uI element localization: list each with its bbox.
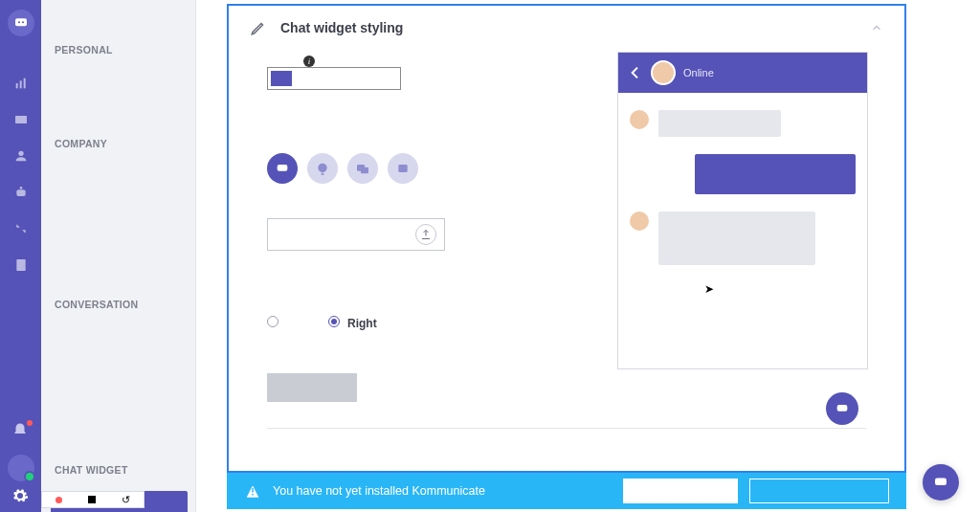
svg-rect-17 — [935, 479, 947, 486]
recording-controls: ↺ — [41, 491, 145, 508]
panel-body: i Right Online — [229, 50, 904, 467]
svg-rect-3 — [15, 83, 17, 88]
svg-rect-14 — [361, 167, 368, 174]
info-icon[interactable]: i — [303, 56, 315, 67]
svg-rect-8 — [16, 189, 25, 196]
icon-rail — [0, 0, 41, 512]
back-icon[interactable] — [628, 65, 643, 80]
nav-docs-icon[interactable] — [11, 256, 31, 275]
position-left-radio[interactable] — [267, 316, 278, 327]
msg-avatar-2 — [630, 211, 649, 231]
launcher-icon-option-3[interactable] — [347, 153, 378, 184]
floating-chat-widget[interactable] — [923, 464, 959, 501]
stop-icon[interactable] — [88, 496, 96, 503]
incoming-bubble-1 — [658, 110, 781, 137]
record-indicator-icon[interactable] — [56, 497, 62, 503]
sidebar-section-company: COMPANY — [55, 138, 182, 149]
install-banner: You have not yet installed Kommunicate — [227, 473, 906, 509]
chat-widget-styling-panel: Chat widget styling i Right Onl — [227, 4, 906, 473]
upload-icon — [415, 224, 436, 245]
svg-rect-10 — [16, 259, 25, 271]
undo-icon[interactable]: ↺ — [122, 494, 130, 506]
chat-logo-icon — [13, 15, 29, 31]
svg-rect-15 — [398, 165, 407, 172]
edit-icon — [250, 19, 267, 36]
svg-point-12 — [318, 164, 326, 172]
nav-analytics-icon[interactable] — [11, 74, 31, 93]
nav-messages-icon[interactable] — [11, 110, 31, 129]
nav-collapse-icon[interactable] — [11, 219, 31, 238]
position-right-label: Right — [347, 317, 377, 330]
sidebar-section-personal: PERSONAL — [55, 44, 182, 56]
banner-primary-button[interactable] — [623, 479, 738, 503]
svg-point-2 — [22, 21, 24, 23]
svg-rect-16 — [837, 405, 848, 412]
agent-status: Online — [683, 67, 714, 78]
launcher-icon-option-1[interactable] — [267, 153, 298, 184]
preview-header: Online — [618, 53, 867, 93]
svg-rect-11 — [278, 165, 288, 171]
nav-users-icon[interactable] — [11, 146, 31, 166]
msg-avatar-1 — [630, 110, 649, 129]
outgoing-bubble-1 — [695, 154, 856, 194]
svg-point-1 — [18, 21, 20, 23]
warning-icon — [244, 482, 261, 500]
svg-rect-4 — [19, 80, 21, 88]
sidebar-section-conversation: CONVERSATION — [55, 299, 182, 310]
launcher-icon-choices — [267, 153, 418, 184]
banner-text: You have not yet installed Kommunicate — [273, 484, 485, 498]
panel-header[interactable]: Chat widget styling — [229, 6, 904, 50]
preview-launcher-bubble — [826, 392, 858, 425]
save-button[interactable] — [267, 373, 357, 402]
panel-title: Chat widget styling — [280, 20, 403, 35]
banner-secondary-button[interactable] — [749, 479, 889, 503]
svg-point-7 — [18, 151, 23, 156]
launcher-icon-option-2[interactable] — [307, 153, 338, 184]
panel-divider — [267, 428, 866, 429]
incoming-bubble-2 — [658, 211, 815, 265]
svg-rect-6 — [15, 116, 27, 123]
chevron-up-icon — [870, 21, 883, 34]
svg-rect-0 — [15, 18, 27, 26]
sidebar-section-chat-widget: CHAT WIDGET — [55, 464, 182, 476]
svg-rect-5 — [23, 78, 25, 89]
cursor-icon: ➤ — [704, 282, 714, 296]
widget-position-row: Right — [267, 316, 377, 330]
agent-avatar — [651, 60, 676, 85]
color-swatch — [271, 71, 292, 86]
position-right-radio[interactable] — [328, 316, 340, 327]
svg-point-9 — [19, 187, 22, 189]
nav-bot-icon[interactable] — [11, 183, 31, 202]
settings-icon[interactable] — [11, 487, 31, 506]
settings-sidebar: PERSONAL COMPANY CONVERSATION CHAT WIDGE… — [41, 0, 196, 512]
primary-color-input[interactable] — [267, 67, 401, 90]
chat-preview: Online ➤ — [617, 52, 868, 369]
notifications-icon[interactable] — [11, 422, 31, 441]
self-avatar[interactable] — [8, 455, 34, 481]
custom-icon-upload[interactable] — [267, 218, 445, 251]
launcher-icon-option-4[interactable] — [388, 153, 418, 184]
app-logo[interactable] — [8, 10, 34, 36]
